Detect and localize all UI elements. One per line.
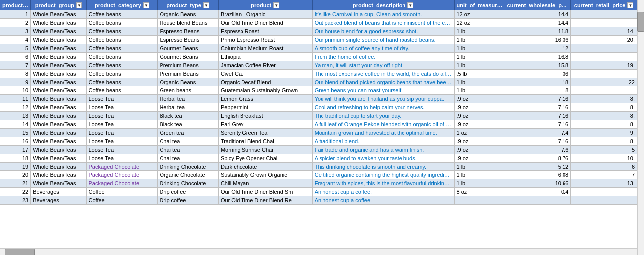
cell-unit_of_measure: .9 oz: [454, 103, 505, 112]
cell-product_description: A spicier blend to awaken your taste bud…: [312, 154, 454, 163]
col-label-unit_of_measure: unit_of_measure: [457, 2, 503, 8]
table-row[interactable]: 16Whole Bean/TeasLoose TeaChai teaTradit…: [0, 137, 637, 146]
cell-product: Our Old Time Diner Blend: [218, 19, 312, 27]
cell-product_category: Loose Tea: [86, 129, 158, 137]
cell-product_category: Coffee beans: [86, 44, 158, 53]
table-row[interactable]: 6Whole Bean/TeasCoffee beansGourmet Bean…: [0, 53, 637, 61]
cell-unit_of_measure: 1 lb: [454, 27, 505, 36]
table-row[interactable]: 1Whole Bean/TeasCoffee beansOrganic Bean…: [0, 10, 637, 19]
cell-product: Primo Espresso Roast: [218, 36, 312, 44]
cell-product_group: Whole Bean/Teas: [31, 95, 86, 103]
table-row[interactable]: 15Whole Bean/TeasLoose TeaGreen teaSeren…: [0, 129, 637, 137]
col-filter-current_retail_price[interactable]: ▼: [627, 2, 633, 8]
col-header-current_wholesale_price[interactable]: current_wholesale_price▼: [505, 0, 571, 10]
cell-current_wholesale_price: 7.6: [505, 146, 571, 154]
table-row[interactable]: 13Whole Bean/TeasLoose TeaBlack teaEngli…: [0, 112, 637, 120]
table-row[interactable]: 17Whole Bean/TeasLoose TeaChai teaMornin…: [0, 146, 637, 154]
table-row[interactable]: 22BeveragesCoffeeDrip coffeeOur Old Time…: [0, 188, 637, 196]
vertical-scrollbar[interactable]: [637, 0, 644, 255]
cell-product_id: 9: [0, 78, 31, 86]
cell-product: Our Old Time Diner Blend Re: [218, 196, 312, 205]
cell-product_type: Black tea: [158, 120, 218, 129]
cell-current_retail_price: 10.: [571, 154, 637, 163]
cell-product_id: 8: [0, 70, 31, 78]
col-label-product_category: product_category: [95, 2, 141, 8]
table-row[interactable]: 19Whole Bean/TeasPackaged ChocolateDrink…: [0, 163, 637, 171]
table-header: product_id▼product_group▼product_categor…: [0, 0, 637, 10]
cell-product_type: Premium Beans: [158, 61, 218, 70]
cell-product_type: Black tea: [158, 112, 218, 120]
col-header-product[interactable]: product▼: [218, 0, 312, 10]
cell-product_group: Whole Bean/Teas: [31, 78, 86, 86]
cell-product_group: Whole Bean/Teas: [31, 154, 86, 163]
cell-product_category: Loose Tea: [86, 103, 158, 112]
cell-product_group: Whole Bean/Teas: [31, 86, 86, 95]
cell-current_wholesale_price: [505, 196, 571, 205]
cell-product_category: Loose Tea: [86, 112, 158, 120]
horizontal-scrollbar-thumb[interactable]: [5, 249, 35, 255]
cell-unit_of_measure: 1 lb: [454, 36, 505, 44]
cell-current_wholesale_price: 0.4: [505, 188, 571, 196]
cell-product_group: Whole Bean/Teas: [31, 61, 86, 70]
cell-product_group: Whole Bean/Teas: [31, 163, 86, 171]
table-row[interactable]: 10Whole Bean/TeasCoffee beansGreen beans…: [0, 86, 637, 95]
table-row[interactable]: 4Whole Bean/TeasCoffee beansEspresso Bea…: [0, 36, 637, 44]
cell-product_group: Whole Bean/Teas: [31, 146, 86, 154]
cell-product_category: Loose Tea: [86, 120, 158, 129]
col-label-product_group: product_group: [35, 2, 74, 8]
cell-current_wholesale_price: 14.4: [505, 10, 571, 19]
table-row[interactable]: 23BeveragesCoffeeDrip coffeeOur Old Time…: [0, 196, 637, 205]
table-row[interactable]: 21Whole Bean/TeasPackaged ChocolateDrink…: [0, 179, 637, 188]
cell-current_wholesale_price: 5.12: [505, 163, 571, 171]
col-filter-product_category[interactable]: ▼: [143, 2, 149, 8]
cell-product_group: Whole Bean/Teas: [31, 171, 86, 179]
cell-current_retail_price: [571, 70, 637, 78]
cell-product_group: Beverages: [31, 188, 86, 196]
table-row[interactable]: 3Whole Bean/TeasCoffee beansEspresso Bea…: [0, 27, 637, 36]
cell-product: Our Old Time Diner Blend Sm: [218, 188, 312, 196]
table-row[interactable]: 18Whole Bean/TeasLoose TeaChai teaSpicy …: [0, 154, 637, 163]
cell-current_wholesale_price: 36: [505, 70, 571, 78]
cell-product_type: Gourmet Beans: [158, 44, 218, 53]
cell-product_id: 22: [0, 188, 31, 196]
cell-product_description: Our blend of hand picked organic beans t…: [312, 78, 454, 86]
table-row[interactable]: 7Whole Bean/TeasCoffee beansPremium Bean…: [0, 61, 637, 70]
col-header-current_retail_price[interactable]: current_retail_price▼: [571, 0, 637, 10]
col-header-product_group[interactable]: product_group▼: [31, 0, 86, 10]
horizontal-scrollbar[interactable]: [0, 248, 637, 255]
col-header-product_category[interactable]: product_category▼: [86, 0, 158, 10]
cell-current_wholesale_price: 12: [505, 44, 571, 53]
cell-product_type: Organic Beans: [158, 78, 218, 86]
table-row[interactable]: 14Whole Bean/TeasLoose TeaBlack teaEarl …: [0, 120, 637, 129]
table-row[interactable]: 5Whole Bean/TeasCoffee beansGourmet Bean…: [0, 44, 637, 53]
cell-product_description: Our house blend for a good espresso shot…: [312, 27, 454, 36]
col-header-product_description[interactable]: product_description▼: [312, 0, 454, 10]
col-header-product_type[interactable]: product_type▼: [158, 0, 218, 10]
table-row[interactable]: 11Whole Bean/TeasLoose TeaHerbal teaLemo…: [0, 95, 637, 103]
cell-product: Serenity Green Tea: [218, 129, 312, 137]
cell-unit_of_measure: [454, 196, 505, 205]
cell-unit_of_measure: 1 lb: [454, 86, 505, 95]
table-row[interactable]: 20Whole Bean/TeasPackaged ChocolateOrgan…: [0, 171, 637, 179]
table-row[interactable]: 2Whole Bean/TeasCoffee beansHouse blend …: [0, 19, 637, 27]
table-row[interactable]: 12Whole Bean/TeasLoose TeaHerbal teaPepp…: [0, 103, 637, 112]
cell-product: English Breakfast: [218, 112, 312, 120]
cell-product_id: 5: [0, 44, 31, 53]
col-filter-product_type[interactable]: ▼: [203, 2, 209, 8]
cell-current_retail_price: 5: [571, 146, 637, 154]
cell-current_retail_price: [571, 10, 637, 19]
table-row[interactable]: 9Whole Bean/TeasCoffee beansOrganic Bean…: [0, 78, 637, 86]
cell-current_retail_price: [571, 188, 637, 196]
cell-product_id: 17: [0, 146, 31, 154]
col-header-product_id[interactable]: product_id▼: [0, 0, 31, 10]
col-filter-product_group[interactable]: ▼: [76, 2, 82, 8]
cell-current_wholesale_price: 7.16: [505, 120, 571, 129]
col-filter-product_description[interactable]: ▼: [407, 2, 413, 8]
col-filter-product[interactable]: ▼: [273, 2, 279, 8]
col-header-unit_of_measure[interactable]: unit_of_measure▼: [454, 0, 505, 10]
cell-product_description: Mountain grown and harvested at the opti…: [312, 129, 454, 137]
table-row[interactable]: 8Whole Bean/TeasCoffee beansPremium Bean…: [0, 70, 637, 78]
cell-unit_of_measure: .9 oz: [454, 137, 505, 146]
vertical-scrollbar-thumb[interactable]: [637, 12, 644, 32]
cell-current_retail_price: 6: [571, 163, 637, 171]
